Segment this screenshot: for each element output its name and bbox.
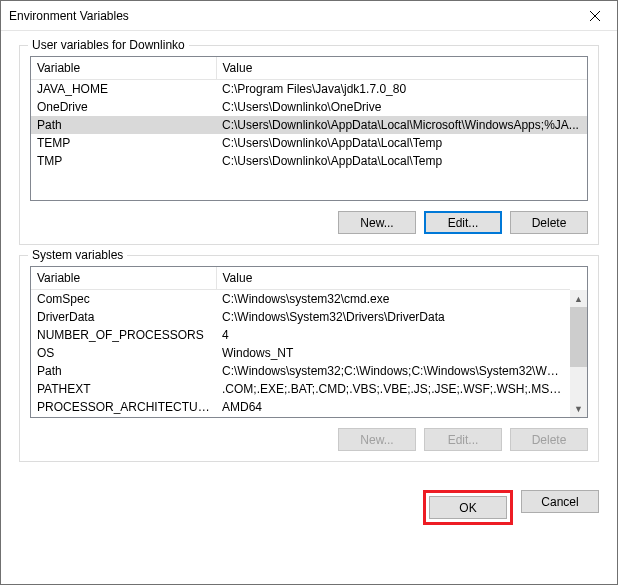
variable-value-cell: C:\Users\Downlinko\AppData\Local\Temp: [216, 134, 587, 152]
user-variables-table[interactable]: Variable Value JAVA_HOMEC:\Program Files…: [31, 57, 587, 170]
close-icon: [590, 11, 600, 21]
scroll-thumb[interactable]: [570, 307, 587, 367]
variable-value-cell: C:\Users\Downlinko\AppData\Local\Microso…: [216, 116, 587, 134]
system-variables-table-wrap: Variable Value ComSpecC:\Windows\system3…: [30, 266, 588, 418]
table-row[interactable]: NUMBER_OF_PROCESSORS4: [31, 326, 570, 344]
table-row[interactable]: PATHEXT.COM;.EXE;.BAT;.CMD;.VBS;.VBE;.JS…: [31, 380, 570, 398]
variable-name-cell: PATHEXT: [31, 380, 216, 398]
table-row[interactable]: JAVA_HOMEC:\Program Files\Java\jdk1.7.0_…: [31, 79, 587, 98]
system-col-header-value[interactable]: Value: [216, 267, 570, 289]
table-row[interactable]: OneDriveC:\Users\Downlinko\OneDrive: [31, 98, 587, 116]
system-variables-group: System variables Variable Value ComSpecC…: [19, 255, 599, 462]
table-row[interactable]: PROCESSOR_ARCHITECTUREAMD64: [31, 398, 570, 416]
variable-value-cell: C:\Users\Downlinko\OneDrive: [216, 98, 587, 116]
close-button[interactable]: [572, 1, 617, 31]
cancel-button[interactable]: Cancel: [521, 490, 599, 513]
system-scrollbar[interactable]: ▲ ▼: [570, 290, 587, 417]
variable-name-cell: DriverData: [31, 308, 216, 326]
variable-value-cell: .COM;.EXE;.BAT;.CMD;.VBS;.VBE;.JS;.JSE;.…: [216, 380, 570, 398]
ok-highlight: OK: [423, 490, 513, 525]
system-delete-button[interactable]: Delete: [510, 428, 588, 451]
variable-value-cell: AMD64: [216, 398, 570, 416]
title-bar: Environment Variables: [1, 1, 617, 31]
user-delete-button[interactable]: Delete: [510, 211, 588, 234]
variable-name-cell: Path: [31, 116, 216, 134]
variable-name-cell: Path: [31, 362, 216, 380]
variable-name-cell: TEMP: [31, 134, 216, 152]
variable-value-cell: C:\Program Files\Java\jdk1.7.0_80: [216, 79, 587, 98]
user-new-button[interactable]: New...: [338, 211, 416, 234]
user-col-header-value[interactable]: Value: [216, 57, 587, 79]
table-row[interactable]: DriverDataC:\Windows\System32\Drivers\Dr…: [31, 308, 570, 326]
user-variables-table-wrap: Variable Value JAVA_HOMEC:\Program Files…: [30, 56, 588, 201]
user-edit-button[interactable]: Edit...: [424, 211, 502, 234]
system-new-button[interactable]: New...: [338, 428, 416, 451]
system-variables-table[interactable]: Variable Value ComSpecC:\Windows\system3…: [31, 267, 570, 416]
scroll-up-button[interactable]: ▲: [570, 290, 587, 307]
table-row[interactable]: TEMPC:\Users\Downlinko\AppData\Local\Tem…: [31, 134, 587, 152]
user-group-label: User variables for Downlinko: [28, 38, 189, 52]
system-button-row: New... Edit... Delete: [30, 428, 588, 451]
user-variables-group: User variables for Downlinko Variable Va…: [19, 45, 599, 245]
variable-name-cell: PROCESSOR_ARCHITECTURE: [31, 398, 216, 416]
system-col-header-variable[interactable]: Variable: [31, 267, 216, 289]
variable-value-cell: 4: [216, 326, 570, 344]
scroll-down-button[interactable]: ▼: [570, 400, 587, 417]
table-row[interactable]: OSWindows_NT: [31, 344, 570, 362]
table-row[interactable]: PathC:\Windows\system32;C:\Windows;C:\Wi…: [31, 362, 570, 380]
table-row[interactable]: PathC:\Users\Downlinko\AppData\Local\Mic…: [31, 116, 587, 134]
variable-value-cell: C:\Users\Downlinko\AppData\Local\Temp: [216, 152, 587, 170]
variable-value-cell: C:\Windows\System32\Drivers\DriverData: [216, 308, 570, 326]
variable-value-cell: Windows_NT: [216, 344, 570, 362]
variable-name-cell: JAVA_HOME: [31, 79, 216, 98]
variable-name-cell: NUMBER_OF_PROCESSORS: [31, 326, 216, 344]
user-button-row: New... Edit... Delete: [30, 211, 588, 234]
variable-name-cell: OS: [31, 344, 216, 362]
variable-name-cell: ComSpec: [31, 289, 216, 308]
table-row[interactable]: ComSpecC:\Windows\system32\cmd.exe: [31, 289, 570, 308]
scroll-track[interactable]: [570, 307, 587, 400]
system-edit-button[interactable]: Edit...: [424, 428, 502, 451]
variable-value-cell: C:\Windows\system32;C:\Windows;C:\Window…: [216, 362, 570, 380]
dialog-button-row: OK Cancel: [1, 486, 617, 537]
variable-value-cell: C:\Windows\system32\cmd.exe: [216, 289, 570, 308]
user-col-header-variable[interactable]: Variable: [31, 57, 216, 79]
window-title: Environment Variables: [9, 9, 572, 23]
system-group-label: System variables: [28, 248, 127, 262]
variable-name-cell: TMP: [31, 152, 216, 170]
ok-button[interactable]: OK: [429, 496, 507, 519]
table-row[interactable]: TMPC:\Users\Downlinko\AppData\Local\Temp: [31, 152, 587, 170]
variable-name-cell: OneDrive: [31, 98, 216, 116]
